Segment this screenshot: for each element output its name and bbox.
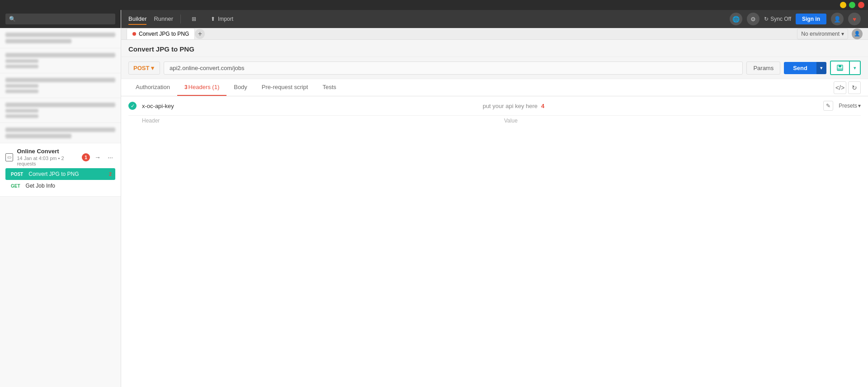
tab-tests[interactable]: Tests	[315, 79, 343, 96]
send-button[interactable]: Send	[784, 62, 816, 74]
blurred-line	[5, 78, 115, 82]
sidebar-blurred-item-2	[0, 48, 121, 73]
prerequest-tab-label: Pre-request script	[262, 84, 308, 90]
send-button-group: Send ▾	[784, 62, 826, 74]
header-value-area: put your api key here 4	[483, 103, 818, 109]
sidebar-blurred-item-4	[0, 98, 121, 123]
refresh-button[interactable]: ↻	[848, 81, 861, 94]
sync-button[interactable]: ↻ Sync Off	[764, 16, 791, 22]
sidebar-blurred-item-5	[0, 123, 121, 143]
save-dropdown-button[interactable]: ▾	[850, 61, 861, 75]
header-key[interactable]: x-oc-api-key	[142, 103, 477, 109]
sign-in-button[interactable]: Sign in	[796, 14, 826, 24]
heart-button[interactable]: ♥	[848, 13, 861, 25]
request-title: Convert JPG to PNG	[128, 45, 194, 53]
collection-badge: 1	[82, 153, 90, 161]
blurred-line	[5, 33, 115, 37]
tab-builder[interactable]: Builder	[128, 14, 146, 25]
import-icon: ⬆	[211, 16, 215, 22]
header-value: put your api key here	[483, 103, 538, 109]
presets-chevron-icon: ▾	[858, 103, 861, 109]
collection-name[interactable]: Online Convert	[17, 148, 82, 155]
tab-headers[interactable]: 3Headers (1)	[177, 79, 226, 96]
tab-body[interactable]: Body	[226, 79, 255, 96]
globe-icon-btn[interactable]: 🌐	[730, 13, 742, 25]
request-content-tabs: Authorization 3Headers (1) Body Pre-requ…	[121, 79, 868, 96]
close-button[interactable]	[858, 2, 864, 8]
save-button[interactable]	[830, 61, 850, 75]
blurred-line	[5, 65, 38, 68]
presets-button[interactable]: Presets ▾	[839, 103, 861, 109]
request-item-post-convert[interactable]: POST Convert JPG to PNG 2	[5, 168, 115, 180]
collection-actions: 1 → ···	[82, 152, 115, 162]
request-item-get-job[interactable]: GET Get Job Info	[5, 180, 115, 192]
blurred-line	[5, 103, 115, 107]
collection-more-button[interactable]: ···	[105, 152, 115, 162]
url-input[interactable]	[164, 61, 743, 75]
request-name-get-job: Get Job Info	[26, 183, 112, 189]
method-badge-post: POST	[9, 171, 25, 177]
header-value-badge: 4	[541, 103, 544, 109]
blurred-line	[5, 134, 71, 138]
maximize-button[interactable]	[849, 2, 855, 8]
gear-icon: ⚙	[750, 16, 756, 23]
code-view-button[interactable]: </>	[834, 81, 846, 94]
value-column-label: Value	[504, 118, 861, 124]
sidebar-collection: ▭ Online Convert 14 Jan at 4:03 pm • 2 r…	[0, 143, 121, 197]
request-badge-2: 2	[109, 171, 112, 177]
blurred-line	[5, 84, 38, 88]
collection-icon: ▭	[5, 153, 13, 161]
sync-icon: ↻	[764, 16, 769, 22]
blurred-line	[5, 53, 115, 57]
headers-tab-label: Headers (1)	[189, 84, 220, 90]
method-dropdown[interactable]: POST ▾	[128, 61, 160, 75]
environment-select[interactable]: No environment ▾	[797, 28, 848, 39]
tab-prerequest[interactable]: Pre-request script	[255, 79, 316, 96]
blurred-line	[5, 90, 38, 93]
refresh-icon: ↻	[852, 84, 857, 91]
unsaved-dot	[132, 32, 136, 36]
save-button-group: ▾	[830, 61, 861, 75]
env-user-avatar: 👤	[854, 31, 860, 37]
blurred-line	[5, 109, 38, 113]
presets-label: Presets	[839, 103, 857, 109]
authorization-tab-label: Authorization	[136, 84, 170, 90]
tests-tab-label: Tests	[322, 84, 336, 90]
import-button[interactable]: ⬆ Import	[207, 14, 237, 24]
body-tab-label: Body	[234, 84, 247, 90]
sidebar-blurred-item-1	[0, 28, 121, 48]
new-tab-button[interactable]: ⊞	[188, 14, 200, 24]
collection-expand-button[interactable]: →	[93, 152, 103, 162]
header-row-1: ✓ x-oc-api-key put your api key here 4 ✎…	[128, 96, 861, 116]
env-bar: No environment ▾ 👤	[797, 28, 863, 39]
collection-info: ▭ Online Convert 14 Jan at 4:03 pm • 2 r…	[5, 148, 82, 166]
topnav-separator	[180, 14, 181, 24]
header-labels-row: Header Value	[128, 116, 861, 127]
headers-content: ✓ x-oc-api-key put your api key here 4 ✎…	[121, 96, 868, 387]
minimize-button[interactable]	[840, 2, 846, 8]
user-avatar-btn[interactable]: 👤	[831, 13, 844, 25]
title-bar	[0, 0, 868, 10]
topnav-right: 🌐 ⚙ ↻ Sync Off Sign in 👤 ♥	[730, 13, 861, 25]
user-icon: 👤	[834, 16, 841, 23]
blurred-line	[5, 39, 71, 43]
send-dropdown-button[interactable]: ▾	[816, 62, 826, 74]
collection-folder-icon: ▭	[7, 155, 11, 160]
key-column-label: Header	[142, 118, 499, 124]
sidebar-search-bar[interactable]: 🔍	[0, 10, 121, 28]
headers-tab-badge: 3	[184, 84, 188, 90]
url-bar: POST ▾ Params Send ▾ ▾	[121, 57, 868, 79]
tab-authorization[interactable]: Authorization	[128, 79, 177, 96]
settings-icon-btn[interactable]: ⚙	[747, 13, 760, 25]
tab-runner[interactable]: Runner	[154, 14, 173, 25]
header-edit-button[interactable]: ✎	[823, 101, 833, 111]
env-user-icon: 👤	[852, 28, 863, 39]
request-tabs-bar: Convert JPG to PNG + No environment ▾ 👤	[121, 28, 868, 40]
header-checkbox[interactable]: ✓	[128, 102, 137, 110]
topnav-left: Builder Runner ⊞ ⬆ Import	[128, 14, 237, 25]
add-tab-button[interactable]: +	[195, 29, 205, 39]
import-label: Import	[218, 16, 233, 22]
request-tab-convert[interactable]: Convert JPG to PNG	[127, 28, 195, 39]
params-button[interactable]: Params	[746, 61, 780, 75]
request-name-convert: Convert JPG to PNG	[28, 171, 105, 177]
